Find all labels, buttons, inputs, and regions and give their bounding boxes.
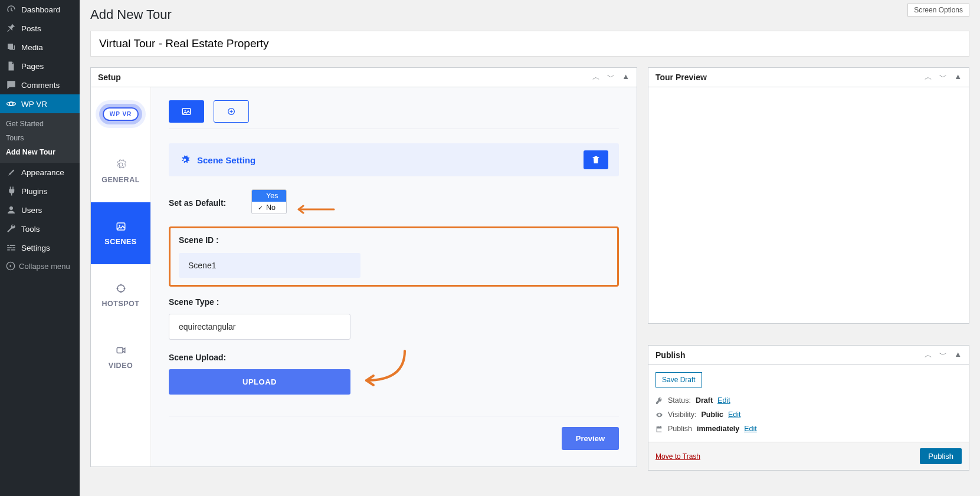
user-icon — [6, 205, 17, 215]
eye-icon — [655, 411, 663, 419]
tour-preview-area — [648, 87, 969, 323]
scene-id-highlight: Scene ID : — [169, 226, 619, 287]
page-icon — [6, 61, 17, 71]
plus-circle-icon — [227, 107, 236, 116]
edit-schedule-link[interactable]: Edit — [744, 425, 757, 433]
publish-button[interactable]: Publish — [920, 448, 962, 464]
sidebar-item-wpvr[interactable]: WP VR — [0, 94, 80, 113]
edit-status-link[interactable]: Edit — [717, 396, 730, 405]
chevron-left-circle-icon — [6, 261, 15, 271]
submenu-add-new-tour[interactable]: Add New Tour — [0, 145, 80, 159]
publish-heading: Publish — [655, 350, 686, 360]
comment-icon — [6, 80, 17, 90]
scene-upload-label: Scene Upload: — [169, 353, 619, 362]
sidebar-item-media[interactable]: Media — [0, 38, 80, 57]
gear-icon — [116, 159, 126, 170]
option-no[interactable]: ✓No — [252, 202, 286, 213]
tour-title-input[interactable] — [90, 31, 969, 57]
chevron-down-icon[interactable]: ﹀ — [607, 72, 615, 83]
svg-point-5 — [117, 285, 124, 292]
video-icon — [116, 345, 126, 356]
tab-scenes[interactable]: SCENES — [91, 202, 150, 264]
pin-icon — [6, 23, 17, 34]
svg-point-1 — [7, 102, 16, 106]
svg-rect-6 — [117, 347, 123, 353]
sidebar-item-users[interactable]: Users — [0, 201, 80, 219]
setup-postbox: Setup ︿ ﹀ ▲ WP VR GENERAL — [90, 67, 637, 467]
option-yes[interactable]: Yes — [252, 190, 286, 202]
set-default-label: Set as Default: — [169, 198, 251, 208]
wpvr-logo: WP VR — [91, 87, 150, 140]
publish-postbox: Publish ︿ ﹀ ▲ Save Draft Status: Draft E… — [648, 345, 969, 471]
edit-visibility-link[interactable]: Edit — [728, 410, 741, 419]
chevron-down-icon[interactable]: ﹀ — [939, 350, 947, 360]
scene-thumb-tab[interactable] — [169, 100, 204, 123]
set-default-dropdown[interactable]: Yes ✓No — [251, 189, 287, 214]
image-icon — [181, 106, 192, 117]
crosshair-icon — [116, 283, 126, 294]
svg-point-8 — [185, 110, 186, 111]
sidebar-item-tools[interactable]: Tools — [0, 219, 80, 238]
wrench-icon — [6, 224, 17, 234]
tab-general[interactable]: GENERAL — [91, 140, 150, 202]
upload-button[interactable]: UPLOAD — [169, 369, 350, 395]
preview-button[interactable]: Preview — [562, 427, 619, 450]
sidebar-item-appearance[interactable]: Appearance — [0, 163, 80, 182]
chevron-up-icon[interactable]: ︿ — [592, 72, 600, 83]
submenu-tours[interactable]: Tours — [0, 131, 80, 145]
move-to-trash-link[interactable]: Move to Trash — [655, 452, 700, 461]
scene-type-input[interactable] — [169, 314, 350, 340]
caret-up-icon[interactable]: ▲ — [954, 72, 962, 83]
media-icon — [6, 42, 17, 52]
caret-up-icon[interactable]: ▲ — [954, 350, 962, 360]
delete-scene-button[interactable] — [584, 150, 608, 169]
gauge-icon — [6, 4, 17, 15]
calendar-icon — [655, 425, 663, 433]
scene-id-input[interactable] — [179, 253, 360, 278]
annotation-arrow-icon — [294, 205, 335, 214]
sidebar-item-pages[interactable]: Pages — [0, 57, 80, 75]
submenu-get-started[interactable]: Get Started — [0, 117, 80, 131]
plug-icon — [6, 186, 17, 196]
main-content: Add New Tour Screen Options Setup ︿ ﹀ ▲ — [80, 0, 980, 496]
sidebar-item-comments[interactable]: Comments — [0, 75, 80, 94]
svg-point-4 — [119, 225, 120, 226]
chevron-up-icon[interactable]: ︿ — [925, 350, 932, 360]
sliders-icon — [6, 242, 17, 253]
vr-icon — [6, 98, 17, 109]
svg-point-0 — [9, 102, 13, 106]
brush-icon — [6, 167, 17, 178]
trash-icon — [591, 155, 601, 165]
sidebar-item-plugins[interactable]: Plugins — [0, 182, 80, 201]
gear-icon — [179, 155, 190, 165]
sidebar-item-posts[interactable]: Posts — [0, 19, 80, 38]
collapse-menu[interactable]: Collapse menu — [0, 257, 80, 275]
page-title: Add New Tour — [90, 4, 172, 26]
key-icon — [655, 397, 663, 405]
image-icon — [116, 221, 126, 232]
chevron-up-icon[interactable]: ︿ — [925, 72, 932, 83]
setup-heading: Setup — [98, 73, 121, 82]
admin-sidebar: Dashboard Posts Media Pages Comments WP … — [0, 0, 80, 496]
tab-video[interactable]: VIDEO — [91, 326, 150, 388]
tour-preview-heading: Tour Preview — [655, 73, 707, 82]
sidebar-item-settings[interactable]: Settings — [0, 238, 80, 257]
sidebar-item-dashboard[interactable]: Dashboard — [0, 0, 80, 19]
chevron-down-icon[interactable]: ﹀ — [939, 72, 947, 83]
tab-hotspot[interactable]: HOTSPOT — [91, 264, 150, 326]
caret-up-icon[interactable]: ▲ — [622, 72, 630, 83]
screen-options-toggle[interactable]: Screen Options — [907, 4, 969, 17]
save-draft-button[interactable]: Save Draft — [655, 372, 702, 387]
scene-type-label: Scene Type : — [169, 297, 619, 307]
add-scene-tab[interactable] — [214, 100, 249, 123]
scene-id-label: Scene ID : — [179, 235, 609, 245]
scene-setting-title: Scene Setting — [197, 155, 255, 165]
tour-preview-postbox: Tour Preview ︿ ﹀ ▲ — [648, 67, 969, 324]
